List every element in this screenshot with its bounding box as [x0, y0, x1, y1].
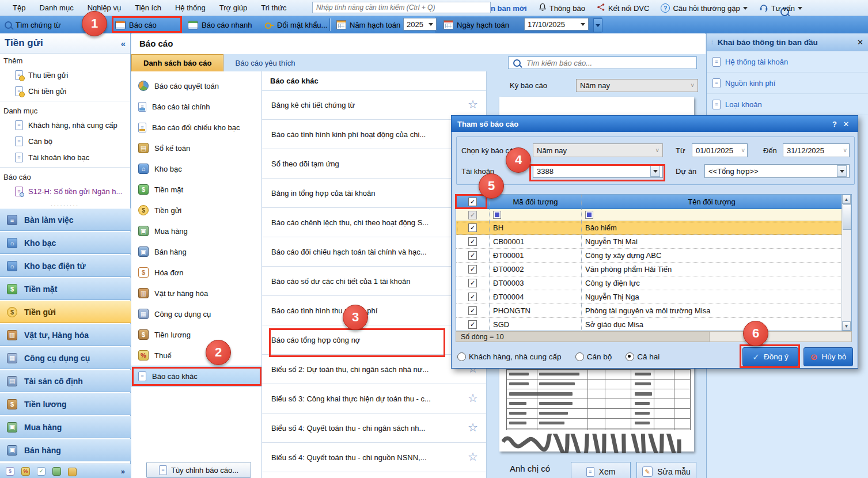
- category-salary[interactable]: Tiền lương: [131, 324, 261, 345]
- report-item[interactable]: Biểu số 4: Quyết toán thu - chi ngân sác…: [262, 413, 486, 443]
- feature-search-input[interactable]: [312, 2, 491, 13]
- report-item[interactable]: Biểu số 4: Quyết toán thu - chi nguồn NS…: [262, 443, 486, 472]
- category-cash[interactable]: Tiền mặt: [131, 179, 261, 200]
- fiscal-year-select[interactable]: 2025: [403, 18, 437, 31]
- category-pie-chart[interactable]: Báo cáo quyết toán: [131, 75, 261, 96]
- dialog-title-bar[interactable]: Tham số báo cáo ? ✕: [452, 116, 858, 132]
- table-row[interactable]: ĐT00004Nguyễn Thị Nga: [456, 290, 851, 304]
- combo-arrow-icon[interactable]: [837, 165, 847, 177]
- sidebar-item[interactable]: Khách hàng, nhà cung cấp: [0, 117, 130, 133]
- sidebar-module-desktop[interactable]: Bàn làm việc: [0, 208, 131, 231]
- menu-right-item-4[interactable]: Tư vấn: [755, 3, 806, 13]
- favorite-star-icon[interactable]: ☆: [468, 450, 478, 464]
- table-row[interactable]: ĐT00001Công ty xây dựng ABC: [456, 249, 851, 263]
- toolbar-button-b-o-c-o[interactable]: Báo cáo: [115, 17, 157, 32]
- toolbar-button--i-m-t-kh-u-[interactable]: Đổi mật khẩu...: [265, 17, 327, 32]
- category-ledger-book[interactable]: Sổ kế toán: [131, 138, 261, 158]
- sidebar-module-purchase[interactable]: Mua hàng: [0, 416, 131, 438]
- vertical-scrollbar[interactable]: ▲ ▼: [842, 195, 851, 331]
- row-checkbox[interactable]: [468, 306, 477, 315]
- huy-bo-button[interactable]: ⊘ Hủy bỏ: [803, 347, 853, 366]
- edit-icon[interactable]: [37, 467, 46, 476]
- select-all-checkbox[interactable]: [468, 198, 477, 206]
- scroll-down-icon[interactable]: ▼: [842, 321, 851, 331]
- sidebar-module-salary[interactable]: Tiền lương: [0, 393, 131, 415]
- sidebar-module-fixed-asset[interactable]: Tài sản cố định: [0, 370, 131, 392]
- menu-item-1[interactable]: Danh mục: [32, 0, 80, 16]
- sidebar-module-goods[interactable]: Vật tư, Hàng hóa: [0, 324, 131, 346]
- setup-link[interactable]: Hệ thống tài khoản: [707, 51, 868, 73]
- money-doc-icon[interactable]: [6, 467, 14, 476]
- sidebar-item[interactable]: S12-H: Sổ tiền gửi Ngân h...: [0, 183, 130, 199]
- row-checkbox[interactable]: [468, 223, 477, 232]
- sidebar-module-treasury[interactable]: Kho bạc: [0, 232, 131, 254]
- project-combo[interactable]: <<Tổng hợp>>: [704, 164, 850, 178]
- posting-date-select[interactable]: 17/10/2025: [524, 18, 589, 31]
- toolbar-overflow-button[interactable]: [593, 18, 602, 32]
- menu-right-item-0[interactable]: n bản mới: [487, 4, 531, 13]
- menu-item-0[interactable]: Tệp: [6, 0, 32, 16]
- sidebar-module-sales[interactable]: Bán hàng: [0, 439, 131, 461]
- category-deposit[interactable]: Tiền gửi: [131, 200, 261, 221]
- scroll-up-icon[interactable]: ▲: [842, 195, 851, 204]
- sidebar-module-deposit[interactable]: Tiền gửi: [0, 301, 131, 323]
- menu-item-6[interactable]: Tri thức: [254, 0, 293, 16]
- filter-icon[interactable]: [585, 211, 593, 219]
- period-select[interactable]: Năm nay ˅: [533, 143, 663, 157]
- close-icon[interactable]: ✕: [840, 120, 852, 128]
- view-report-button[interactable]: Xem: [571, 462, 631, 478]
- period-select[interactable]: Năm nay ˅: [576, 79, 698, 92]
- menu-right-item-1[interactable]: Thông báo: [535, 3, 589, 13]
- help-icon[interactable]: ?: [829, 120, 840, 128]
- category-compare-doc[interactable]: Báo cáo đối chiếu kho bạc: [131, 117, 261, 138]
- category-invoice[interactable]: Hóa đơn: [131, 262, 261, 283]
- tax-icon[interactable]: [21, 467, 30, 476]
- category-other-report[interactable]: Báo cáo khác: [131, 366, 261, 386]
- account-combo[interactable]: 3388: [533, 164, 663, 178]
- edit-template-button[interactable]: Sửa mẫu: [636, 462, 696, 478]
- report-search-input[interactable]: [525, 58, 692, 68]
- column-header-name[interactable]: Tên đối tượng: [582, 195, 842, 208]
- setup-link[interactable]: Loại khoản: [707, 94, 868, 115]
- tab-0[interactable]: Danh sách báo cáo: [131, 54, 223, 71]
- category-goods[interactable]: Vật tư hàng hóa: [131, 283, 261, 304]
- report-search-box[interactable]: [508, 56, 697, 69]
- filter-icon[interactable]: [493, 211, 501, 219]
- sidebar-resize-grip[interactable]: .........: [0, 202, 130, 207]
- sidebar-module-tools[interactable]: Công cụ dụng cụ: [0, 347, 131, 369]
- menu-item-3[interactable]: Tiện ích: [128, 0, 168, 16]
- category-tools[interactable]: Công cụ dụng cụ: [131, 304, 261, 324]
- row-checkbox[interactable]: [468, 293, 477, 301]
- favorite-star-icon[interactable]: ☆: [468, 420, 478, 434]
- category-finance-doc[interactable]: Báo cáo tài chính: [131, 96, 261, 117]
- close-icon[interactable]: ✕: [857, 38, 863, 47]
- report-item[interactable]: Biểu số 3: Công khai thực hiện dự toán t…: [262, 384, 486, 413]
- folder-icon[interactable]: [68, 468, 77, 476]
- sidebar-item[interactable]: Chi tiền gửi: [0, 83, 130, 99]
- radio-c-hai[interactable]: Cả hai: [626, 352, 659, 361]
- favorite-star-icon[interactable]: ☆: [468, 97, 478, 111]
- category-treasury[interactable]: Kho bạc: [131, 158, 261, 179]
- menu-right-item-3[interactable]: ?Câu hỏi thường gặp: [657, 3, 751, 13]
- category-sales[interactable]: Bán hàng: [131, 241, 261, 262]
- table-row[interactable]: ĐT00002Văn phòng phẩm Hải Tiến: [456, 263, 851, 276]
- sidebar-module-treasury-e[interactable]: Kho bạc điện tử: [0, 255, 131, 277]
- toolbar-button-b-o-c-o-nhanh[interactable]: Báo cáo nhanh: [188, 17, 252, 32]
- row-checkbox[interactable]: [468, 251, 477, 260]
- table-row[interactable]: ĐT00003Công ty điện lực: [456, 276, 851, 290]
- sidebar-item[interactable]: Tài khoản kho bạc: [0, 149, 130, 165]
- setup-link[interactable]: Nguồn kinh phí: [707, 73, 868, 94]
- column-header-code[interactable]: Mã đối tượng: [490, 195, 582, 208]
- menu-item-5[interactable]: Trợ giúp: [213, 0, 255, 16]
- table-row[interactable]: PHONGTNPhòng tài nguyên và môi trường Mi…: [456, 304, 851, 318]
- collapse-sidebar-button[interactable]: «: [121, 39, 126, 48]
- row-checkbox[interactable]: [468, 237, 477, 246]
- menu-item-4[interactable]: Hệ thống: [168, 0, 213, 16]
- to-date-select[interactable]: 31/12/2025 ˅: [783, 143, 850, 157]
- scrollbar-thumb[interactable]: [843, 204, 851, 230]
- table-row[interactable]: BHBảo hiểm: [456, 221, 851, 235]
- toolbar-button-t-m-ch-ng-t-[interactable]: Tìm chứng từ: [5, 17, 61, 32]
- combo-arrow-icon[interactable]: [650, 165, 660, 177]
- from-date-select[interactable]: 01/01/2025 ˅: [692, 143, 748, 157]
- category-tax[interactable]: Thuế: [131, 345, 261, 366]
